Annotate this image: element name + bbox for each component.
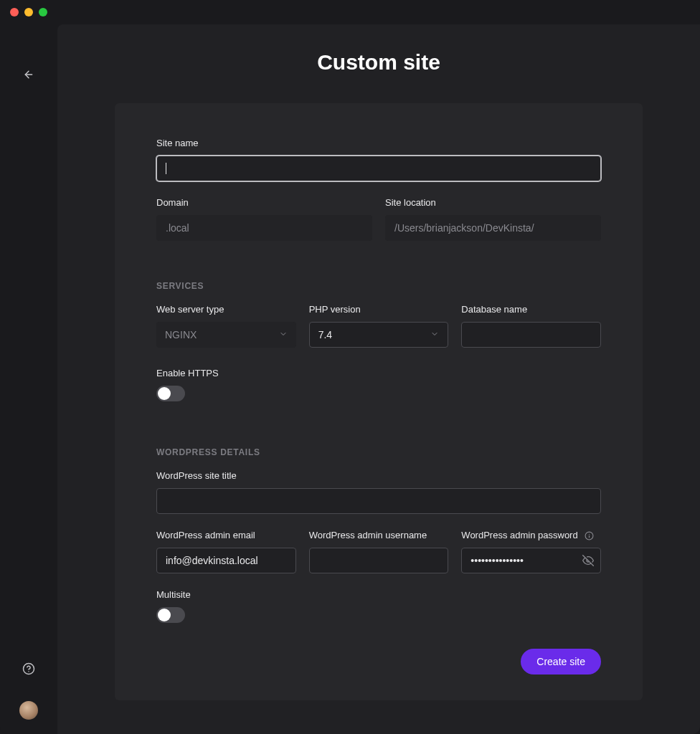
wp-title-input[interactable] xyxy=(156,488,601,514)
eye-off-icon xyxy=(582,555,594,566)
wp-password-label: WordPress admin password xyxy=(461,530,601,540)
web-server-value: NGINX xyxy=(165,329,197,340)
database-name-input[interactable] xyxy=(461,322,601,348)
create-site-button[interactable]: Create site xyxy=(521,649,601,675)
user-avatar[interactable] xyxy=(19,701,38,720)
web-server-select[interactable]: NGINX xyxy=(156,322,296,348)
services-section-header: SERVICES xyxy=(156,281,601,291)
page-title: Custom site xyxy=(317,50,440,75)
wordpress-section-header: WORDPRESS DETAILS xyxy=(156,447,601,457)
wp-password-label-text: WordPress admin password xyxy=(461,530,577,540)
wp-password-input[interactable] xyxy=(461,548,601,573)
chevron-down-icon xyxy=(430,329,439,340)
enable-https-label: Enable HTTPS xyxy=(156,368,601,378)
site-name-label: Site name xyxy=(156,138,601,148)
window-maximize-button[interactable] xyxy=(39,8,47,16)
toggle-password-visibility-button[interactable] xyxy=(582,555,594,566)
multisite-toggle[interactable] xyxy=(156,607,185,623)
multisite-label: Multisite xyxy=(156,589,601,600)
chevron-down-icon xyxy=(279,329,288,340)
php-version-select[interactable]: 7.4 xyxy=(309,322,449,348)
php-version-value: 7.4 xyxy=(318,329,332,340)
site-location-label: Site location xyxy=(385,197,601,208)
wp-title-label: WordPress site title xyxy=(156,470,601,481)
sidebar xyxy=(0,24,57,734)
main-content: Custom site Site name Domain Site locati… xyxy=(57,24,700,734)
php-version-label: PHP version xyxy=(309,304,449,315)
web-server-label: Web server type xyxy=(156,304,296,315)
enable-https-toggle[interactable] xyxy=(156,386,185,401)
toggle-knob xyxy=(158,609,171,621)
wp-email-label: WordPress admin email xyxy=(156,530,296,540)
form-panel: Site name Domain Site location SERVICES xyxy=(115,103,643,700)
back-button[interactable] xyxy=(20,66,37,83)
text-cursor xyxy=(166,163,166,174)
domain-input[interactable] xyxy=(156,215,372,241)
window-close-button[interactable] xyxy=(10,8,19,16)
wp-username-input[interactable] xyxy=(309,548,449,573)
domain-label: Domain xyxy=(156,197,372,208)
toggle-knob xyxy=(158,387,171,400)
window-titlebar xyxy=(0,0,700,24)
database-name-label: Database name xyxy=(461,304,601,315)
help-button[interactable] xyxy=(19,659,38,678)
wp-email-input[interactable] xyxy=(156,548,296,573)
window-minimize-button[interactable] xyxy=(24,8,33,16)
help-circle-icon xyxy=(22,662,35,675)
wp-username-label: WordPress admin username xyxy=(309,530,449,540)
arrow-left-icon xyxy=(23,69,34,80)
site-location-input[interactable] xyxy=(385,215,601,241)
info-icon[interactable] xyxy=(585,531,594,540)
site-name-input[interactable] xyxy=(156,156,601,181)
